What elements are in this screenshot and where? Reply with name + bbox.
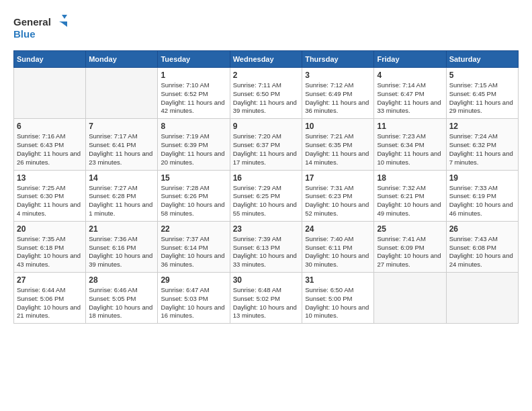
calendar-cell: 22Sunrise: 7:37 AMSunset: 6:14 PMDayligh… [158,221,230,272]
calendar-week-row: 13Sunrise: 7:25 AMSunset: 6:30 PMDayligh… [14,170,519,221]
day-info: Sunrise: 7:11 AMSunset: 6:50 PMDaylight:… [233,81,299,116]
day-number: 14 [89,173,154,183]
weekday-header: Tuesday [158,51,230,68]
calendar-cell: 26Sunrise: 7:43 AMSunset: 6:08 PMDayligh… [446,221,518,272]
calendar-cell: 8Sunrise: 7:19 AMSunset: 6:39 PMDaylight… [158,119,230,170]
day-info: Sunrise: 7:43 AMSunset: 6:08 PMDaylight:… [449,235,515,269]
calendar-table: SundayMondayTuesdayWednesdayThursdayFrid… [13,50,519,324]
calendar-cell: 10Sunrise: 7:21 AMSunset: 6:35 PMDayligh… [302,119,374,170]
calendar-cell: 14Sunrise: 7:27 AMSunset: 6:28 PMDayligh… [86,170,158,221]
svg-text:Blue: Blue [13,28,36,40]
calendar-cell: 17Sunrise: 7:31 AMSunset: 6:23 PMDayligh… [302,170,374,221]
day-info: Sunrise: 7:20 AMSunset: 6:37 PMDaylight:… [233,132,299,167]
day-info: Sunrise: 7:37 AMSunset: 6:14 PMDaylight:… [161,235,226,269]
calendar-cell: 30Sunrise: 6:48 AMSunset: 5:02 PMDayligh… [230,273,302,324]
calendar-cell: 15Sunrise: 7:28 AMSunset: 6:26 PMDayligh… [158,170,230,221]
weekday-header: Friday [374,51,446,68]
day-number: 25 [377,224,443,234]
svg-text:General: General [13,16,51,28]
weekday-header: Saturday [446,51,518,68]
calendar-cell: 18Sunrise: 7:32 AMSunset: 6:21 PMDayligh… [374,170,446,221]
day-number: 12 [449,122,515,131]
calendar-week-row: 27Sunrise: 6:44 AMSunset: 5:06 PMDayligh… [14,273,519,324]
day-number: 31 [305,275,371,285]
weekday-header: Monday [86,51,158,68]
calendar-cell: 7Sunrise: 7:17 AMSunset: 6:41 PMDaylight… [86,119,158,170]
day-info: Sunrise: 6:50 AMSunset: 5:00 PMDaylight:… [305,286,371,320]
day-info: Sunrise: 7:32 AMSunset: 6:21 PMDaylight:… [377,184,443,218]
day-number: 24 [305,224,371,234]
day-info: Sunrise: 7:36 AMSunset: 6:16 PMDaylight:… [89,235,154,269]
day-number: 9 [233,122,299,131]
day-info: Sunrise: 6:44 AMSunset: 5:06 PMDaylight:… [17,286,83,320]
weekday-header: Sunday [14,51,86,68]
calendar-week-row: 20Sunrise: 7:35 AMSunset: 6:18 PMDayligh… [14,221,519,272]
day-number: 1 [161,71,226,80]
day-number: 7 [89,122,154,131]
day-info: Sunrise: 7:14 AMSunset: 6:47 PMDaylight:… [377,81,443,116]
logo: General Blue [13,13,67,44]
day-number: 21 [89,224,154,234]
calendar-cell: 9Sunrise: 7:20 AMSunset: 6:37 PMDaylight… [230,119,302,170]
calendar-cell: 28Sunrise: 6:46 AMSunset: 5:05 PMDayligh… [86,273,158,324]
day-number: 28 [89,275,154,285]
svg-marker-2 [59,21,67,27]
day-info: Sunrise: 7:24 AMSunset: 6:32 PMDaylight:… [449,132,515,167]
day-number: 6 [17,122,83,131]
calendar-cell: 20Sunrise: 7:35 AMSunset: 6:18 PMDayligh… [14,221,86,272]
calendar-cell: 11Sunrise: 7:23 AMSunset: 6:34 PMDayligh… [374,119,446,170]
day-info: Sunrise: 7:10 AMSunset: 6:52 PMDaylight:… [161,81,226,116]
day-number: 20 [17,224,83,234]
day-number: 8 [161,122,226,131]
page-header: General Blue [13,13,519,44]
calendar-cell: 21Sunrise: 7:36 AMSunset: 6:16 PMDayligh… [86,221,158,272]
calendar-cell: 12Sunrise: 7:24 AMSunset: 6:32 PMDayligh… [446,119,518,170]
weekday-header: Thursday [302,51,374,68]
day-info: Sunrise: 7:21 AMSunset: 6:35 PMDaylight:… [305,132,371,167]
calendar-cell: 2Sunrise: 7:11 AMSunset: 6:50 PMDaylight… [230,68,302,119]
calendar-cell: 27Sunrise: 6:44 AMSunset: 5:06 PMDayligh… [14,273,86,324]
calendar-cell [446,273,518,324]
day-info: Sunrise: 7:40 AMSunset: 6:11 PMDaylight:… [305,235,371,269]
calendar-cell: 31Sunrise: 6:50 AMSunset: 5:00 PMDayligh… [302,273,374,324]
calendar-header-row: SundayMondayTuesdayWednesdayThursdayFrid… [14,51,519,68]
day-info: Sunrise: 7:23 AMSunset: 6:34 PMDaylight:… [377,132,443,167]
calendar-cell: 29Sunrise: 6:47 AMSunset: 5:03 PMDayligh… [158,273,230,324]
day-number: 5 [449,71,515,80]
calendar-cell: 23Sunrise: 7:39 AMSunset: 6:13 PMDayligh… [230,221,302,272]
day-number: 27 [17,275,83,285]
day-info: Sunrise: 6:46 AMSunset: 5:05 PMDaylight:… [89,286,154,320]
day-info: Sunrise: 7:12 AMSunset: 6:49 PMDaylight:… [305,81,371,116]
calendar-cell: 1Sunrise: 7:10 AMSunset: 6:52 PMDaylight… [158,68,230,119]
calendar-cell: 16Sunrise: 7:29 AMSunset: 6:25 PMDayligh… [230,170,302,221]
svg-marker-1 [62,15,67,19]
day-info: Sunrise: 7:19 AMSunset: 6:39 PMDaylight:… [161,132,226,167]
calendar-cell: 25Sunrise: 7:41 AMSunset: 6:09 PMDayligh… [374,221,446,272]
day-number: 26 [449,224,515,234]
day-info: Sunrise: 7:17 AMSunset: 6:41 PMDaylight:… [89,132,154,167]
day-info: Sunrise: 7:29 AMSunset: 6:25 PMDaylight:… [233,184,299,218]
day-info: Sunrise: 7:27 AMSunset: 6:28 PMDaylight:… [89,184,154,218]
weekday-header: Wednesday [230,51,302,68]
day-number: 17 [305,173,371,183]
calendar-cell: 4Sunrise: 7:14 AMSunset: 6:47 PMDaylight… [374,68,446,119]
day-number: 22 [161,224,226,234]
calendar-cell: 6Sunrise: 7:16 AMSunset: 6:43 PMDaylight… [14,119,86,170]
day-number: 16 [233,173,299,183]
day-number: 29 [161,275,226,285]
day-number: 18 [377,173,443,183]
day-number: 11 [377,122,443,131]
day-number: 2 [233,71,299,80]
day-number: 23 [233,224,299,234]
calendar-cell: 5Sunrise: 7:15 AMSunset: 6:45 PMDaylight… [446,68,518,119]
day-number: 10 [305,122,371,131]
day-info: Sunrise: 6:48 AMSunset: 5:02 PMDaylight:… [233,286,299,320]
day-info: Sunrise: 7:33 AMSunset: 6:19 PMDaylight:… [449,184,515,218]
day-number: 13 [17,173,83,183]
day-info: Sunrise: 7:25 AMSunset: 6:30 PMDaylight:… [17,184,83,218]
day-number: 3 [305,71,371,80]
calendar-cell: 24Sunrise: 7:40 AMSunset: 6:11 PMDayligh… [302,221,374,272]
day-number: 19 [449,173,515,183]
day-number: 30 [233,275,299,285]
day-info: Sunrise: 7:15 AMSunset: 6:45 PMDaylight:… [449,81,515,116]
